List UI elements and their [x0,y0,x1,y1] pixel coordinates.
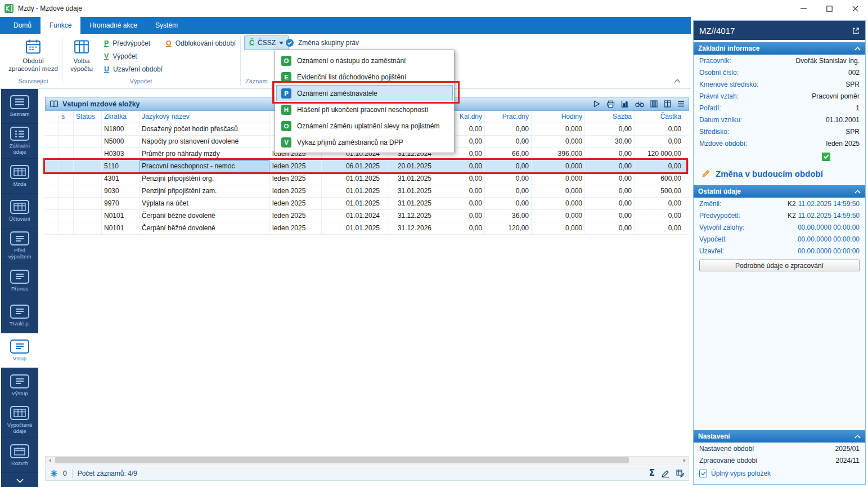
sidebar-item-prenos[interactable]: Přenos [1,263,38,298]
sidebar-item-trvale-p[interactable]: Trvalé p. [1,298,38,333]
menu-item-oznameni-zameru-uplatneni-slevy-na-pojistnem[interactable]: OOznámení záměru uplatnění slevy na poji… [276,118,453,134]
cell-sazba: 0,00 [585,210,635,222]
horizontal-scrollbar[interactable] [45,456,689,464]
ribbon-group-separator [240,36,241,86]
field-label: Pořadí: [699,104,721,112]
sidebar-item-mzda[interactable]: Mzda [1,159,38,194]
sidebar-item-vstup[interactable]: Vstup [1,333,38,368]
cell-nazev: Penzijní připojištění org. [140,173,270,185]
section-header-basic-info[interactable]: Základní informace [694,42,865,55]
sidebar-item-label: Trvalé p. [10,321,30,327]
sidebar-item-vypoctene-udaje[interactable]: Vypočtené údaje [1,403,38,438]
table-row-5110[interactable]: 5110Pracovní neschopnost - nemocleden 20… [45,160,689,173]
cell-do: 31.01.2025 [388,185,434,197]
scroll-right-icon[interactable] [680,457,689,464]
column-header-hodiny[interactable]: Hodiny [532,111,585,123]
cards-icon[interactable] [664,100,671,108]
menu-icon[interactable] [677,101,685,107]
section-header-other-info[interactable]: Ostatní údaje [694,185,865,198]
checked-checkbox[interactable] [822,153,830,161]
cell-hod: 0,000 [532,198,585,209]
close-button[interactable] [842,0,868,17]
section-header-settings[interactable]: Nastavení [694,430,865,443]
table-row-4301[interactable]: 4301Penzijní připojištění org.leden 2025… [45,173,689,185]
pencil-icon [701,169,710,178]
grid-edit-icon[interactable] [676,470,684,477]
predvypocet-button[interactable]: PPředvýpočet [101,37,153,50]
menu-item-oznameni-zamestnavatele[interactable]: POznámení zaměstnavatele [276,85,453,101]
cell-obdobi: leden 2025 [270,185,322,197]
tab-funkce[interactable]: Funkce [41,17,80,34]
cell-od: 01.01.2025 [322,222,388,234]
menu-item-vykaz-prijmu-zamestnancu-na-dpp[interactable]: VVýkaz příjmů zaměstnanců na DPP [276,134,453,150]
column-header-zkratka[interactable]: Zkratka [102,111,140,123]
cell-hod: 0,000 [532,222,585,234]
value-prefix: K2 [788,212,796,220]
cell-prac: 0,00 [485,123,532,135]
tab-domu[interactable]: Domů [5,17,41,34]
column-header-castka[interactable]: Částka [635,111,683,123]
value-timestamp: 11.02.2025 14:59:50 [798,212,860,220]
table-row-9970[interactable]: 9970Výplata na účetleden 202501.01.20253… [45,198,689,210]
sidebar-item-uctovani[interactable]: Účtování [1,194,38,229]
cell-sazba: 0,00 [585,148,635,160]
sidebar-item-rozvrh[interactable]: Rozvrh [1,438,38,473]
calculation-choice-button[interactable]: Volba výpočtu [65,36,98,78]
refresh-icon[interactable] [50,470,58,477]
sidebar-expand-icon[interactable] [1,475,38,487]
scroll-left-icon[interactable] [46,457,54,464]
maximize-button[interactable] [816,0,842,17]
column-header-sazba[interactable]: Sazba [585,111,635,123]
table-row-n0101[interactable]: N0101Čerpání běžné dovolenéleden 202501.… [45,222,689,235]
tab-hromadne-akce[interactable]: Hromadné akce [80,17,146,34]
vypocet-button[interactable]: VVýpočet [101,50,140,62]
cell-hod: 0,000 [532,173,585,185]
tab-system[interactable]: Systém [146,17,187,34]
columns-icon[interactable] [650,100,658,108]
edit-icon[interactable] [662,470,669,477]
sidebar-item-zakladni-udaje[interactable]: Základní údaje [1,124,38,159]
collapse-ribbon-icon[interactable] [674,79,681,83]
uzavreni-obdobi-button[interactable]: UUzavření období [101,63,165,75]
table-row-n0101[interactable]: N0101Čerpání běžné dovolenéleden 202501.… [45,210,689,222]
column-header-prac-dny[interactable]: Prac.dny [485,111,532,123]
menu-item-oznameni-o-nastupu-do-zamestnani[interactable]: OOznámení o nástupu do zaměstnání [276,52,453,69]
field-label: Uzavřel: [699,247,724,255]
minimize-button[interactable] [790,0,816,17]
column-header-status[interactable]: Status [74,111,102,123]
unlock-period-button[interactable]: O Odblokování období [163,37,239,50]
change-rights-button[interactable]: Změna skupiny práv [282,37,362,49]
cell-sazba: 0,00 [585,198,635,209]
cell-sazba: 30,00 [585,136,635,148]
sidebar-item-seznam[interactable]: Seznam [1,89,38,124]
column-header-jazykovy-nazev[interactable]: Jazykový název [140,111,270,123]
menu-item-evidencni-list-duchodoveho-pojisteni[interactable]: EEvidenční list důchodového pojištění [276,69,453,85]
cssz-menu-list: OOznámení o nástupu do zaměstnáníEEviden… [275,52,454,150]
table-row-9030[interactable]: 9030Penzijní připojištění zam.leden 2025… [45,185,689,198]
external-link-icon[interactable] [852,27,860,34]
button-label: ČSSZ [258,39,276,47]
sum-icon[interactable]: Σ [649,469,655,477]
binoculars-icon[interactable] [635,101,644,108]
cell-prac: 0,00 [485,198,532,209]
column-header-s[interactable]: s [59,111,74,123]
run-icon[interactable] [593,100,600,108]
sidebar-item-pred-vypoctem[interactable]: Před výpočtem [1,229,38,263]
field-label: Středisko: [699,128,729,136]
menu-item-label: Evidenční list důchodového pojištění [297,73,406,81]
menu-item-hlaseni-pri-ukonceni-pracovni-neschopnosti[interactable]: HHlášení při ukončení pracovní neschopno… [276,101,453,118]
payroll-period-button[interactable]: Období zpracování mezd [7,36,60,78]
print-icon[interactable] [606,100,615,108]
sidebar-item-vystup[interactable]: Výstup [1,368,38,403]
future-period-change-link[interactable]: Změna v budoucím období [694,164,865,183]
field-label: Vypočetl: [699,235,727,243]
field-osobni-cislo: Osobní číslo:002 [694,66,865,78]
processing-details-button[interactable]: Podrobné údaje o zpracování [699,260,860,271]
column-header-0[interactable] [45,111,59,123]
menu-item-letter-icon: H [281,105,291,115]
cell-castka: 0,00 [635,222,683,234]
chart-icon[interactable] [621,100,629,108]
field-poradi: Pořadí:1 [694,102,865,114]
scrollbar-thumb[interactable] [55,457,629,463]
full-listing-checkbox[interactable] [699,470,707,477]
